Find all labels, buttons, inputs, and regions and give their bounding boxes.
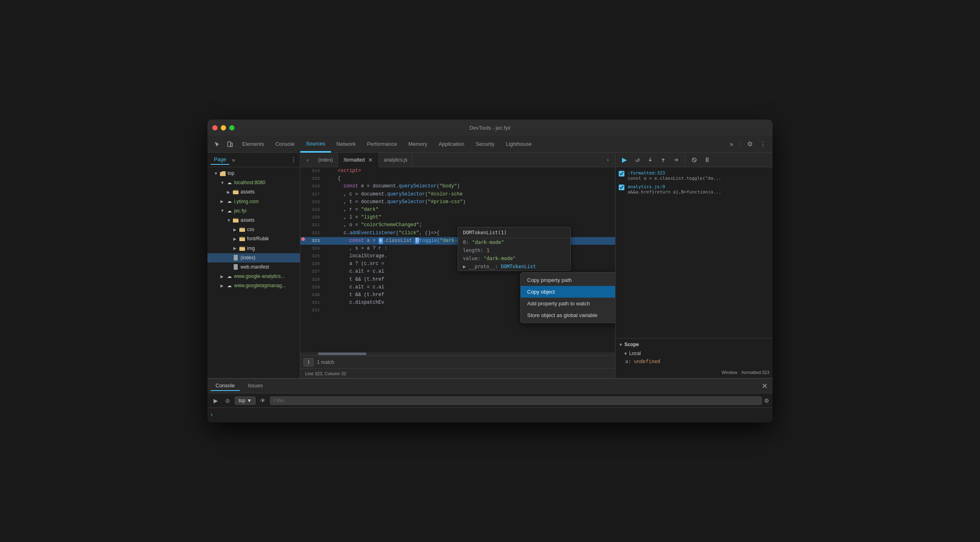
console-ban-icon[interactable]: ⊘	[223, 396, 232, 405]
svg-rect-7	[239, 247, 245, 251]
editor-prev-icon[interactable]: ‹	[302, 154, 313, 166]
console-play-icon[interactable]: ▶	[211, 396, 220, 405]
more-tabs-icon[interactable]: »	[727, 141, 737, 148]
scope-section: ▼ Scope ▼ Local a: undefined	[616, 338, 773, 367]
tree-item-google-tag[interactable]: ▶ ☁ www.googletagmanag...	[207, 281, 300, 290]
step-out-btn[interactable]	[658, 154, 669, 166]
minimize-button[interactable]	[221, 125, 226, 130]
folder-icon	[220, 170, 226, 177]
tree-item-iytimg[interactable]: ▶ ☁ i.ytimg.com	[207, 197, 300, 206]
line-num-324: 324	[306, 245, 323, 252]
line-num-332: 332	[306, 307, 323, 314]
inspect-cursor-icon[interactable]	[211, 138, 224, 151]
step-btn[interactable]	[670, 154, 682, 166]
horizontal-scroll-thumb[interactable]	[318, 353, 366, 355]
deactivate-bp-btn[interactable]	[689, 154, 700, 166]
page-tab[interactable]: Page	[211, 155, 229, 165]
ctx-store-global[interactable]: Store object as global variable	[521, 309, 615, 321]
tab-elements[interactable]: Elements	[237, 136, 270, 153]
tab-memory[interactable]: Memory	[403, 136, 433, 153]
folder-icon-font	[239, 236, 245, 242]
search-match-count: 1 match	[317, 359, 334, 365]
tree-item-localhost[interactable]: ▼ ☁ localhost:8080	[207, 178, 300, 187]
more-options-icon[interactable]: ⋮	[756, 138, 769, 151]
ctx-add-to-watch[interactable]: Add property path to watch	[521, 298, 615, 309]
tab-performance[interactable]: Performance	[361, 136, 402, 153]
tree-arrow-css: ▶	[233, 227, 239, 233]
breakpoint-item-0: :formatted:323 const a = e.classList.tog…	[616, 169, 773, 183]
line-num-320: 320	[306, 214, 323, 221]
code-line-319: 319 , r = "dark"	[300, 206, 615, 214]
search-input[interactable]: )	[304, 358, 314, 366]
bottom-panel: Console Issues ✕ ▶ ⊘ top ▼ 👁 Filter ⚙	[207, 378, 773, 422]
left-panel-header: Page » ⋮	[207, 153, 300, 167]
scope-header[interactable]: ▼ Scope	[616, 340, 773, 349]
tree-item-index[interactable]: ▶ (index)	[207, 253, 300, 263]
resume-btn[interactable]: ▶	[619, 154, 630, 166]
issues-tab[interactable]: Issues	[243, 381, 268, 391]
tree-item-img[interactable]: ▶ img	[207, 244, 300, 253]
editor-tab-analytics[interactable]: analytics.js	[379, 153, 413, 167]
breakpoint-checkbox-1[interactable]	[619, 185, 624, 190]
tree-item-top[interactable]: ▼ top	[207, 169, 300, 178]
cloud-icon-analytics: ☁	[226, 273, 232, 280]
panel-options-icon[interactable]: ⋮	[290, 156, 297, 164]
scope-collapse-icon: ▼	[619, 342, 623, 347]
tab-lighthouse[interactable]: Lighthouse	[500, 136, 537, 153]
console-tab[interactable]: Console	[211, 381, 240, 391]
tree-label-img: img	[247, 245, 255, 252]
line-num-319: 319	[306, 206, 323, 214]
svg-rect-5	[239, 228, 245, 232]
step-over-btn[interactable]	[632, 154, 643, 166]
device-toolbar-icon[interactable]	[224, 138, 237, 151]
bp-code-0: const a = e.classList.toggle("da...	[628, 176, 769, 181]
tree-item-webmanifest[interactable]: ▶ web.manifest	[207, 263, 300, 272]
close-button[interactable]	[212, 125, 218, 130]
maximize-button[interactable]	[229, 125, 235, 130]
tree-item-font[interactable]: ▶ font/Rubik	[207, 234, 300, 244]
left-panel: Page » ⋮ ▼ top	[207, 153, 300, 378]
tree-item-google-analytics[interactable]: ▶ ☁ www.google-analytics...	[207, 272, 300, 281]
console-context-dropdown[interactable]: top ▼	[235, 397, 255, 405]
editor-tab-close-icon[interactable]: ✕	[367, 157, 374, 163]
console-eye-icon[interactable]: 👁	[258, 396, 268, 405]
editor-tab-formatted[interactable]: :formatted ✕	[338, 153, 379, 167]
editor-tab-bar: ‹ (index) :formatted ✕ analytics.js ›	[300, 153, 615, 167]
tooltip-val-length: 1	[487, 248, 490, 253]
local-scope-header[interactable]: ▼ Local	[616, 349, 773, 358]
code-line-318: 318 , t = document.querySelector("#prism…	[300, 198, 615, 206]
svg-rect-6	[239, 237, 245, 241]
right-panel: ▶	[615, 153, 773, 378]
ctx-copy-property-path[interactable]: Copy property path	[521, 274, 615, 286]
bottom-panel-close-icon[interactable]: ✕	[760, 381, 769, 391]
horizontal-scrollbar[interactable]	[300, 352, 615, 355]
tooltip-key-0: 0:	[463, 239, 469, 245]
tab-sources[interactable]: Sources	[300, 136, 331, 153]
line-bp-323	[300, 237, 306, 241]
title-bar: DevTools - jec.fyi/	[207, 120, 773, 136]
line-num-317: 317	[306, 191, 323, 198]
scope-key-a: a:	[625, 359, 634, 364]
tooltip-key-value: value:	[463, 256, 480, 261]
editor-tab-end-icon[interactable]: ›	[602, 154, 614, 166]
panel-more-tabs-icon[interactable]: »	[232, 157, 235, 163]
line-num-315: 315	[306, 175, 323, 183]
console-settings-icon[interactable]: ⚙	[764, 397, 769, 404]
pause-on-exceptions-btn[interactable]: ⏸	[701, 154, 713, 166]
breakpoint-checkbox-0[interactable]	[619, 171, 624, 176]
tab-application[interactable]: Application	[433, 136, 470, 153]
tree-item-jecfyi[interactable]: ▼ ☁ jec.fyi	[207, 206, 300, 216]
console-prompt-icon: ›	[211, 411, 213, 418]
step-into-btn[interactable]	[645, 154, 656, 166]
tab-network[interactable]: Network	[331, 136, 362, 153]
filter-input[interactable]: Filter	[270, 397, 762, 405]
tree-item-assets2[interactable]: ▼ assets	[207, 216, 300, 225]
ctx-copy-object[interactable]: Copy object	[521, 286, 615, 298]
tree-item-css[interactable]: ▶ css	[207, 225, 300, 234]
line-num-326: 326	[306, 260, 323, 268]
tree-item-assets1[interactable]: ▶ assets	[207, 187, 300, 197]
settings-icon[interactable]: ⚙	[743, 138, 756, 151]
tab-security[interactable]: Security	[470, 136, 500, 153]
tab-console[interactable]: Console	[270, 136, 300, 153]
editor-tab-index[interactable]: (index)	[313, 153, 338, 167]
